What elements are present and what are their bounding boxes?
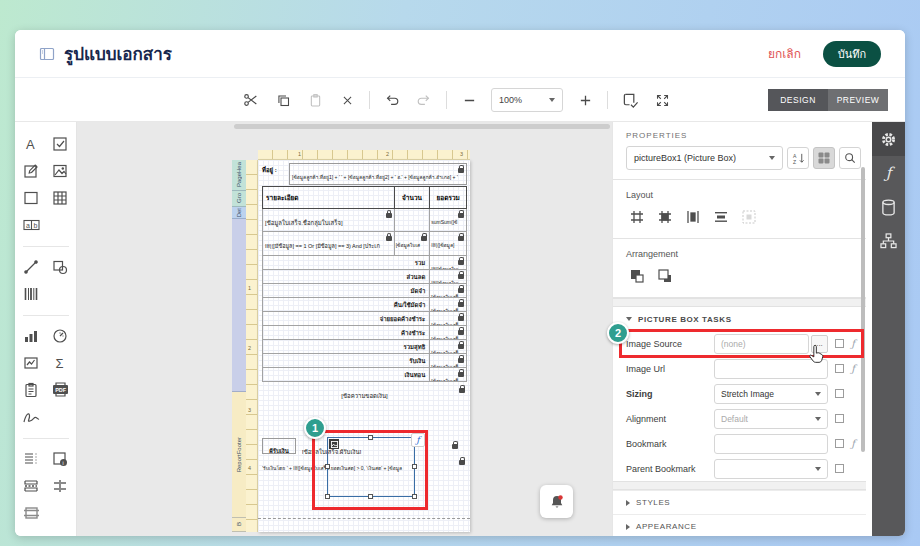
- table-detail-row[interactable]: IIf(([มีข้อมูล] == 1 Or [มีข้อมูล] == 3)…: [262, 232, 467, 256]
- zoom-level-select[interactable]: 100%: [491, 88, 563, 112]
- zoom-in-icon[interactable]: [575, 90, 595, 110]
- category-view-icon[interactable]: [813, 147, 835, 169]
- table-row[interactable]: เงินทอน[ข้อมูลใบเสร็จ.เงินทอน]: [262, 368, 467, 382]
- fit-bounds-icon[interactable]: [738, 206, 760, 228]
- page-info-tool-icon[interactable]: i: [51, 449, 70, 468]
- sizing-select[interactable]: Stretch Image: [714, 384, 828, 404]
- report-page[interactable]: ที่อยู่ : [ข้อมูลลูกค้า.ที่อยู่1] + ' ' …: [258, 160, 470, 532]
- table-group-row[interactable]: [ข้อมูลใบเสร็จ.ชื่อกลุ่มใบเสร็จ] sumSum(…: [262, 209, 467, 232]
- band-bottom[interactable]: B: [232, 518, 246, 532]
- report-structure-icon[interactable]: [872, 224, 905, 258]
- table-row[interactable]: คืน/ใช้มัดจำ[ข้อมูลใบเสร็จ.ยอดคืน]: [262, 298, 467, 312]
- gauge-tool-icon[interactable]: [51, 326, 70, 345]
- page-break-tool-icon[interactable]: [22, 476, 41, 495]
- table-header-row[interactable]: รายละเอียด จำนวน ยอดรวม: [262, 186, 467, 209]
- table-tool-icon[interactable]: [51, 188, 70, 207]
- resize-handle[interactable]: [412, 494, 417, 499]
- table-row[interactable]: รวมสุทธิ[ข้อมูลใบเสร็จ.ยอดสุทธิ]: [262, 340, 467, 354]
- design-canvas[interactable]: PageHea Gro Det ReportFooter B 1 2 3 4 1…: [77, 122, 612, 536]
- image-url-checkbox[interactable]: [835, 364, 844, 373]
- summary-sigma-tool-icon[interactable]: Σ: [51, 353, 70, 372]
- band-reportfooter[interactable]: ReportFooter: [232, 392, 246, 518]
- table-row[interactable]: มัดจำ[ข้อมูลใบเสร็จ.ยอดรับเงิน]: [262, 284, 467, 298]
- delete-icon[interactable]: [337, 90, 357, 110]
- band-pageheader[interactable]: PageHea: [232, 160, 246, 191]
- cancel-button[interactable]: ยกเลิก: [768, 44, 801, 63]
- section-appearance[interactable]: APPEARANCE: [613, 514, 866, 536]
- send-to-back-icon[interactable]: [654, 265, 676, 287]
- bookmark-checkbox[interactable]: [835, 439, 844, 448]
- table-row[interactable]: ค้างชำระ[ข้อมูลใบเสร็จ.ยอดค้าง]: [262, 326, 467, 340]
- picture-box-control[interactable]: [327, 437, 415, 497]
- sparkline-tool-icon[interactable]: [22, 353, 41, 372]
- band-groupheader[interactable]: Gro: [232, 191, 246, 207]
- sizing-checkbox[interactable]: [835, 389, 844, 398]
- notification-bell-button[interactable]: [540, 485, 573, 518]
- cross-band-line-tool-icon[interactable]: [51, 476, 70, 495]
- table-row[interactable]: ส่วนลดIIf([ข้อมูลใบเสร็จ.รหัส: [262, 270, 467, 284]
- resize-handle[interactable]: [325, 494, 330, 499]
- pdf-content-tool-icon[interactable]: PDF: [51, 380, 70, 399]
- undo-icon[interactable]: [382, 90, 402, 110]
- character-comb-tool-icon[interactable]: ab: [22, 215, 41, 234]
- cut-icon[interactable]: [241, 90, 261, 110]
- table-row[interactable]: จ่ายยอดค้างชำระ[ข้อมูลใบเสร็จ.ยอดจ่าย]: [262, 312, 467, 326]
- resize-handle[interactable]: [412, 464, 417, 469]
- chart-tool-icon[interactable]: [22, 326, 41, 345]
- sort-az-icon[interactable]: AZ: [787, 147, 809, 169]
- smart-tag-picture-icon[interactable]: [329, 439, 339, 449]
- search-icon[interactable]: [839, 147, 861, 169]
- section-styles[interactable]: STYLES: [613, 490, 866, 514]
- parent-bookmark-select[interactable]: [714, 459, 828, 479]
- settings-gear-icon[interactable]: [872, 122, 905, 156]
- fullscreen-icon[interactable]: [652, 90, 672, 110]
- subreport-tool-icon[interactable]: [22, 380, 41, 399]
- center-horizontally-icon[interactable]: [682, 206, 704, 228]
- selected-control-dropdown[interactable]: pictureBox1 (Picture Box): [626, 146, 783, 170]
- checkbox-tool-icon[interactable]: [51, 134, 70, 153]
- tab-design[interactable]: DESIGN: [768, 89, 828, 111]
- shape-tool-icon[interactable]: [51, 257, 70, 276]
- cross-band-box-tool-icon[interactable]: [22, 503, 41, 522]
- resize-handle[interactable]: [325, 464, 330, 469]
- alignment-checkbox[interactable]: [835, 414, 844, 423]
- report-address-row[interactable]: ที่อยู่ : [ข้อมูลลูกค้า.ที่อยู่1] + ' ' …: [262, 163, 467, 186]
- redo-icon[interactable]: [414, 90, 434, 110]
- alignment-select[interactable]: Default: [714, 409, 828, 429]
- rich-text-tool-icon[interactable]: [22, 161, 41, 180]
- thanks-message-cell[interactable]: [ข้อความขอดเงิน]: [262, 384, 467, 399]
- resize-handle[interactable]: [368, 435, 373, 440]
- save-button[interactable]: บันทึก: [823, 41, 881, 67]
- band-detail[interactable]: Det: [232, 207, 246, 219]
- signature-tool-icon[interactable]: [22, 407, 41, 426]
- barcode-tool-icon[interactable]: [22, 284, 41, 303]
- bring-to-front-icon[interactable]: [626, 265, 648, 287]
- table-of-contents-tool-icon[interactable]: [22, 449, 41, 468]
- field-list-database-icon[interactable]: [872, 190, 905, 224]
- canvas-horizontal-scrollbar[interactable]: [234, 124, 610, 129]
- fit-height-icon[interactable]: [654, 206, 676, 228]
- picture-box-tool-icon[interactable]: [51, 161, 70, 180]
- resize-handle[interactable]: [368, 494, 373, 499]
- expression-f-icon[interactable]: ƒ: [848, 438, 858, 449]
- copy-icon[interactable]: [273, 90, 293, 110]
- expression-f-button[interactable]: ƒ: [411, 433, 425, 447]
- properties-scrollbar[interactable]: [861, 167, 865, 452]
- bookmark-input[interactable]: [714, 434, 828, 454]
- fit-width-icon[interactable]: [626, 206, 648, 228]
- band-groupfooter[interactable]: [232, 219, 246, 392]
- table-row[interactable]: รวมIIf([ข้อมูลใบเสร็จ.รหัส: [262, 256, 467, 270]
- line-tool-icon[interactable]: [22, 257, 41, 276]
- table-row[interactable]: รับเงิน[ข้อมูลใบเสร็จ.ยอดรับเงิน]: [262, 354, 467, 368]
- center-vertically-icon[interactable]: [710, 206, 732, 228]
- expression-f-icon[interactable]: ƒ: [848, 363, 858, 374]
- expressions-panel-icon[interactable]: ƒ: [872, 156, 905, 190]
- zoom-out-icon[interactable]: [459, 90, 479, 110]
- tab-preview[interactable]: PREVIEW: [828, 89, 888, 111]
- paste-icon[interactable]: [305, 90, 325, 110]
- label-tool-icon[interactable]: A: [22, 134, 41, 153]
- validate-icon[interactable]: [620, 90, 640, 110]
- picture-box-tasks-header[interactable]: PICTURE BOX TASKS: [613, 307, 866, 331]
- parent-bookmark-checkbox[interactable]: [835, 464, 844, 473]
- panel-tool-icon[interactable]: [22, 188, 41, 207]
